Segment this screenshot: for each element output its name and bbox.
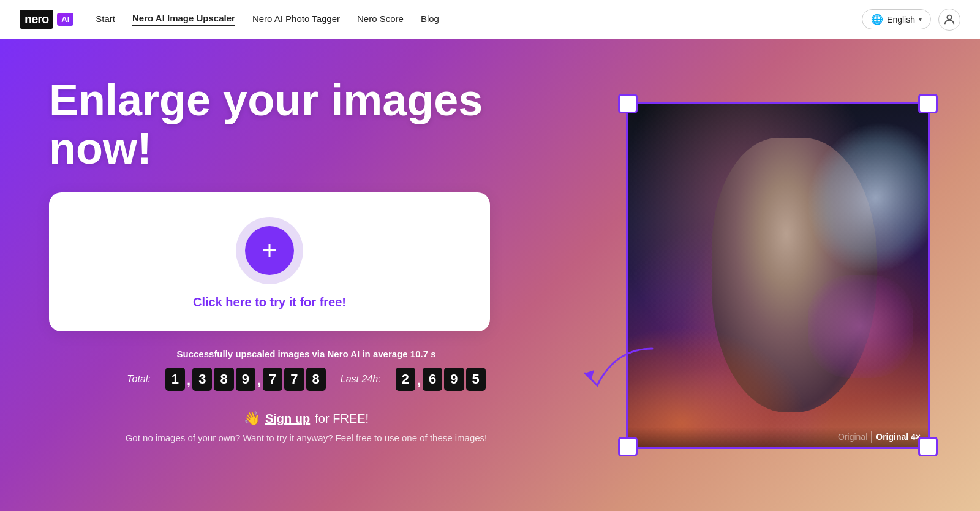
stats-numbers: Total: 1 , 3 8 9 , 7 7 8 Last 24h: 2 , 6 bbox=[127, 368, 486, 391]
upload-circle-outer: + bbox=[236, 217, 303, 284]
last24-digit-1: 2 bbox=[396, 368, 415, 391]
original-label: Original bbox=[838, 432, 867, 442]
last24-digits: 2 , 6 9 5 bbox=[396, 368, 486, 391]
digit-1: 1 bbox=[165, 368, 185, 391]
total-label: Total: bbox=[127, 374, 151, 385]
corner-handle-br[interactable] bbox=[918, 437, 938, 456]
digit-7: 8 bbox=[306, 368, 326, 391]
portrait-art bbox=[628, 104, 928, 447]
navbar-left: nero AI Start Nero AI Image Upscaler Ner… bbox=[20, 10, 439, 29]
image-label-bar: Original Original 4× bbox=[628, 427, 928, 447]
stats-subtitle: Successfully upscaled images via Nero AI… bbox=[177, 349, 436, 359]
logo-nero-text: nero bbox=[20, 10, 53, 29]
signup-link[interactable]: Sign up bbox=[265, 412, 310, 426]
hero-right: Original Original 4× bbox=[600, 39, 980, 511]
nav-photo-tagger[interactable]: Nero AI Photo Tagger bbox=[252, 13, 340, 25]
hero-title: Enlarge your images now! bbox=[49, 76, 564, 173]
signup-free-label: for FREE! bbox=[315, 412, 369, 426]
language-selector[interactable]: 🌐 English ▾ bbox=[862, 9, 931, 29]
signup-sub-label: Got no images of your own? Want to try i… bbox=[126, 433, 488, 443]
stats-row: Successfully upscaled images via Nero AI… bbox=[49, 349, 564, 391]
splatter-purple bbox=[808, 275, 913, 378]
nav-links: Start Nero AI Image Upscaler Nero AI Pho… bbox=[96, 13, 439, 26]
digit-5: 7 bbox=[263, 368, 282, 391]
last24-digit-3: 9 bbox=[444, 368, 464, 391]
last24-digit-2: 6 bbox=[423, 368, 442, 391]
digit-6: 7 bbox=[284, 368, 304, 391]
chevron-down-icon: ▾ bbox=[919, 16, 922, 23]
upload-box[interactable]: + Click here to try it for free! bbox=[49, 192, 490, 331]
comma-2: , bbox=[257, 373, 261, 391]
nav-upscaler[interactable]: Nero AI Image Upscaler bbox=[132, 13, 235, 26]
corner-handle-tl[interactable] bbox=[618, 94, 638, 113]
last24-label: Last 24h: bbox=[341, 374, 381, 385]
total-digits: 1 , 3 8 9 , 7 7 8 bbox=[165, 368, 326, 391]
image-preview: Original Original 4× bbox=[628, 104, 928, 447]
svg-point-0 bbox=[947, 15, 951, 19]
logo[interactable]: nero AI bbox=[20, 10, 74, 29]
language-label: English bbox=[887, 15, 915, 25]
wave-emoji: 👋 bbox=[244, 411, 260, 426]
nav-start[interactable]: Start bbox=[96, 13, 115, 25]
corner-handle-tr[interactable] bbox=[918, 94, 938, 113]
hero-section: Enlarge your images now! + Click here to… bbox=[0, 39, 980, 511]
upscaled-label: Original 4× bbox=[876, 432, 921, 442]
label-divider bbox=[871, 431, 872, 443]
plus-icon: + bbox=[262, 238, 277, 263]
image-preview-container: Original Original 4× bbox=[628, 104, 928, 447]
signup-row: 👋 Sign up for FREE! Got no images of you… bbox=[49, 411, 564, 443]
hero-left: Enlarge your images now! + Click here to… bbox=[0, 39, 600, 511]
navbar-right: 🌐 English ▾ bbox=[862, 9, 960, 31]
logo-ai-badge: AI bbox=[57, 13, 74, 26]
upload-label: Click here to try it for free! bbox=[193, 295, 346, 309]
nav-score[interactable]: Nero Score bbox=[357, 13, 404, 25]
nav-blog[interactable]: Blog bbox=[421, 13, 439, 25]
comma-3: , bbox=[417, 373, 421, 391]
globe-icon: 🌐 bbox=[871, 13, 883, 25]
signup-line: 👋 Sign up for FREE! bbox=[244, 411, 369, 426]
upload-circle-inner: + bbox=[245, 226, 294, 275]
digit-2: 3 bbox=[192, 368, 212, 391]
digit-4: 9 bbox=[236, 368, 255, 391]
corner-handle-bl[interactable] bbox=[618, 437, 638, 456]
digit-3: 8 bbox=[214, 368, 233, 391]
last24-digit-4: 5 bbox=[466, 368, 486, 391]
user-avatar-button[interactable] bbox=[938, 9, 960, 31]
navbar: nero AI Start Nero AI Image Upscaler Ner… bbox=[0, 0, 980, 39]
comma-1: , bbox=[187, 373, 190, 391]
